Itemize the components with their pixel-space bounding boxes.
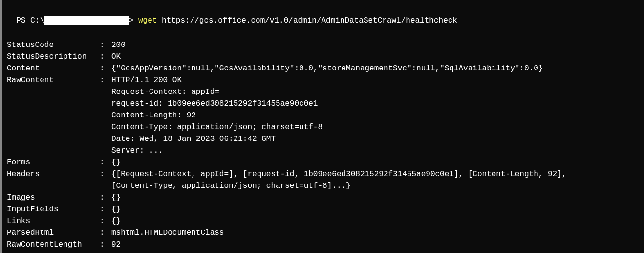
row-inputfields: InputFields: {} [7,204,639,215]
value-statuscode: 200 [111,39,126,51]
command-url: https://gcs.office.com/v1.0/admin/AdminD… [162,16,457,25]
row-content: Content: {"GcsAppVersion":null,"GcsAvail… [7,63,639,74]
row-parsedhtml: ParsedHtml: mshtml.HTMLDocumentClass [7,227,639,239]
value-statusdescription: OK [111,51,121,63]
redacted-path [44,16,129,25]
label-parsedhtml: ParsedHtml [7,227,100,239]
label-forms: Forms [7,157,100,168]
label-rawcontentlength: RawContentLength [7,239,100,251]
colon: : [100,157,111,168]
value-rawcontent-1: Request-Context: appId= [111,86,639,98]
label-images: Images [7,192,100,204]
label-headers: Headers [7,168,100,180]
label-links: Links [7,215,100,227]
label-statuscode: StatusCode [7,39,100,51]
colon: : [100,168,111,180]
colon: : [100,192,111,204]
row-statuscode: StatusCode: 200 [7,39,639,51]
colon: : [100,227,111,239]
row-rawcontent: RawContent: HTTP/1.1 200 OK [7,74,639,86]
value-rawcontent-2: request-id: 1b09ee6ed308215292f31455ae90… [111,98,639,110]
label-inputfields: InputFields [7,204,100,215]
value-rawcontent-0: HTTP/1.1 200 OK [111,74,182,86]
row-links: Links: {} [7,215,639,227]
value-content: {"GcsAppVersion":null,"GcsAvailability":… [111,63,543,74]
colon: : [100,74,111,86]
value-parsedhtml: mshtml.HTMLDocumentClass [111,227,224,239]
row-statusdescription: StatusDescription: OK [7,51,639,63]
value-links: {} [111,215,121,227]
value-rawcontentlength: 92 [111,239,121,251]
colon: : [100,63,111,74]
colon: : [100,239,111,251]
value-images: {} [111,192,121,204]
value-rawcontent-3: Content-Length: 92 [111,110,639,121]
row-forms: Forms: {} [7,157,639,168]
colon: : [100,204,111,215]
row-headers: Headers: {[Request-Context, appId=], [re… [7,168,639,180]
value-inputfields: {} [111,204,121,215]
label-rawcontent: RawContent [7,74,100,86]
value-forms: {} [111,157,121,168]
label-statusdescription: StatusDescription [7,51,100,63]
colon: : [100,51,111,63]
row-images: Images: {} [7,192,639,204]
value-headers-1: [Content-Type, application/json; charset… [111,180,639,192]
colon: : [100,39,111,51]
prompt-prefix: PS C:\ [16,16,44,25]
value-rawcontent-4: Content-Type: application/json; charset=… [111,121,639,133]
value-headers-0: {[Request-Context, appId=], [request-id,… [111,168,566,180]
prompt-end: > [129,16,138,25]
colon: : [100,215,111,227]
prompt-line[interactable]: PS C:\> wget https://gcs.office.com/v1.0… [7,3,639,26]
label-content: Content [7,63,100,74]
row-rawcontentlength: RawContentLength: 92 [7,239,639,251]
value-rawcontent-6: Server: ... [111,145,639,157]
value-rawcontent-5: Date: Wed, 18 Jan 2023 06:21:42 GMT [111,133,639,145]
command-name: wget [138,16,157,25]
